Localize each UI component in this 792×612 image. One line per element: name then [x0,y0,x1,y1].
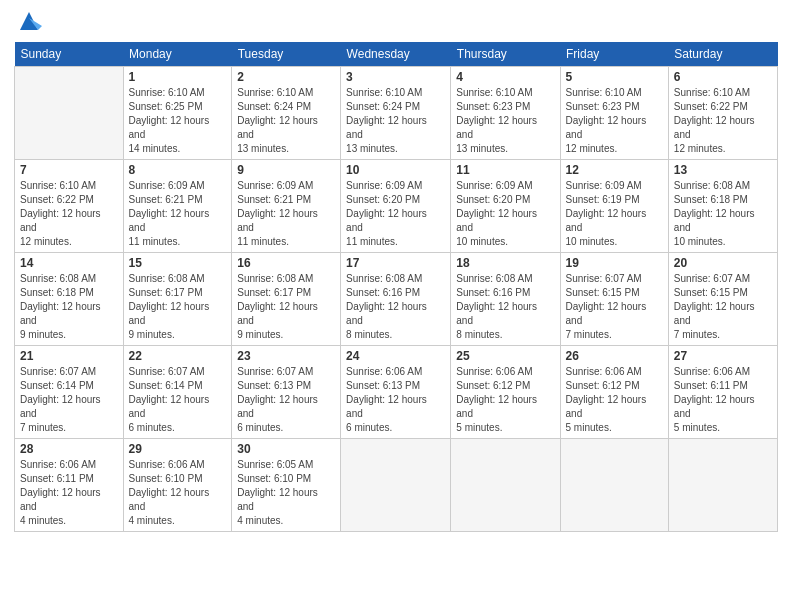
calendar-cell: 17Sunrise: 6:08 AMSunset: 6:16 PMDayligh… [341,253,451,346]
calendar-cell: 4Sunrise: 6:10 AMSunset: 6:23 PMDaylight… [451,67,560,160]
calendar-cell: 23Sunrise: 6:07 AMSunset: 6:13 PMDayligh… [232,346,341,439]
calendar-cell: 6Sunrise: 6:10 AMSunset: 6:22 PMDaylight… [668,67,777,160]
day-number: 4 [456,70,554,84]
day-number: 28 [20,442,118,456]
day-info: Sunrise: 6:06 AMSunset: 6:13 PMDaylight:… [346,365,445,435]
calendar-cell: 27Sunrise: 6:06 AMSunset: 6:11 PMDayligh… [668,346,777,439]
day-info: Sunrise: 6:08 AMSunset: 6:16 PMDaylight:… [456,272,554,342]
day-info: Sunrise: 6:10 AMSunset: 6:22 PMDaylight:… [674,86,772,156]
day-number: 2 [237,70,335,84]
day-number: 30 [237,442,335,456]
day-number: 16 [237,256,335,270]
day-number: 23 [237,349,335,363]
calendar-cell [560,439,668,532]
weekday-monday: Monday [123,42,232,67]
weekday-thursday: Thursday [451,42,560,67]
calendar-cell: 22Sunrise: 6:07 AMSunset: 6:14 PMDayligh… [123,346,232,439]
calendar-cell: 3Sunrise: 6:10 AMSunset: 6:24 PMDaylight… [341,67,451,160]
calendar-cell: 5Sunrise: 6:10 AMSunset: 6:23 PMDaylight… [560,67,668,160]
calendar-cell: 18Sunrise: 6:08 AMSunset: 6:16 PMDayligh… [451,253,560,346]
weekday-friday: Friday [560,42,668,67]
day-number: 25 [456,349,554,363]
calendar-cell: 24Sunrise: 6:06 AMSunset: 6:13 PMDayligh… [341,346,451,439]
calendar-cell: 28Sunrise: 6:06 AMSunset: 6:11 PMDayligh… [15,439,124,532]
day-info: Sunrise: 6:09 AMSunset: 6:20 PMDaylight:… [456,179,554,249]
day-number: 24 [346,349,445,363]
day-info: Sunrise: 6:10 AMSunset: 6:22 PMDaylight:… [20,179,118,249]
calendar-cell: 10Sunrise: 6:09 AMSunset: 6:20 PMDayligh… [341,160,451,253]
weekday-tuesday: Tuesday [232,42,341,67]
day-number: 11 [456,163,554,177]
day-info: Sunrise: 6:10 AMSunset: 6:23 PMDaylight:… [456,86,554,156]
day-info: Sunrise: 6:06 AMSunset: 6:12 PMDaylight:… [566,365,663,435]
calendar-cell: 8Sunrise: 6:09 AMSunset: 6:21 PMDaylight… [123,160,232,253]
day-info: Sunrise: 6:10 AMSunset: 6:23 PMDaylight:… [566,86,663,156]
day-info: Sunrise: 6:09 AMSunset: 6:21 PMDaylight:… [237,179,335,249]
day-info: Sunrise: 6:07 AMSunset: 6:15 PMDaylight:… [674,272,772,342]
calendar-cell: 21Sunrise: 6:07 AMSunset: 6:14 PMDayligh… [15,346,124,439]
day-number: 18 [456,256,554,270]
day-info: Sunrise: 6:08 AMSunset: 6:18 PMDaylight:… [674,179,772,249]
calendar-cell: 15Sunrise: 6:08 AMSunset: 6:17 PMDayligh… [123,253,232,346]
day-number: 17 [346,256,445,270]
day-number: 9 [237,163,335,177]
week-row-3: 21Sunrise: 6:07 AMSunset: 6:14 PMDayligh… [15,346,778,439]
day-info: Sunrise: 6:05 AMSunset: 6:10 PMDaylight:… [237,458,335,528]
day-info: Sunrise: 6:10 AMSunset: 6:24 PMDaylight:… [346,86,445,156]
day-info: Sunrise: 6:10 AMSunset: 6:25 PMDaylight:… [129,86,227,156]
day-number: 14 [20,256,118,270]
weekday-wednesday: Wednesday [341,42,451,67]
weekday-saturday: Saturday [668,42,777,67]
calendar-cell: 2Sunrise: 6:10 AMSunset: 6:24 PMDaylight… [232,67,341,160]
day-number: 15 [129,256,227,270]
day-info: Sunrise: 6:09 AMSunset: 6:20 PMDaylight:… [346,179,445,249]
calendar-cell [15,67,124,160]
week-row-1: 7Sunrise: 6:10 AMSunset: 6:22 PMDaylight… [15,160,778,253]
day-number: 6 [674,70,772,84]
day-info: Sunrise: 6:08 AMSunset: 6:17 PMDaylight:… [237,272,335,342]
calendar-cell [341,439,451,532]
day-number: 22 [129,349,227,363]
day-info: Sunrise: 6:07 AMSunset: 6:13 PMDaylight:… [237,365,335,435]
calendar-cell: 16Sunrise: 6:08 AMSunset: 6:17 PMDayligh… [232,253,341,346]
day-info: Sunrise: 6:07 AMSunset: 6:15 PMDaylight:… [566,272,663,342]
day-info: Sunrise: 6:06 AMSunset: 6:12 PMDaylight:… [456,365,554,435]
day-number: 5 [566,70,663,84]
calendar-table: SundayMondayTuesdayWednesdayThursdayFrid… [14,42,778,532]
day-info: Sunrise: 6:07 AMSunset: 6:14 PMDaylight:… [129,365,227,435]
svg-marker-0 [20,12,38,30]
header [14,12,778,34]
day-number: 12 [566,163,663,177]
weekday-header-row: SundayMondayTuesdayWednesdayThursdayFrid… [15,42,778,67]
day-number: 1 [129,70,227,84]
weekday-sunday: Sunday [15,42,124,67]
calendar-cell [451,439,560,532]
calendar-cell: 30Sunrise: 6:05 AMSunset: 6:10 PMDayligh… [232,439,341,532]
day-number: 26 [566,349,663,363]
day-number: 19 [566,256,663,270]
calendar-cell [668,439,777,532]
calendar-cell: 29Sunrise: 6:06 AMSunset: 6:10 PMDayligh… [123,439,232,532]
page: SundayMondayTuesdayWednesdayThursdayFrid… [0,0,792,612]
calendar-cell: 14Sunrise: 6:08 AMSunset: 6:18 PMDayligh… [15,253,124,346]
calendar-cell: 20Sunrise: 6:07 AMSunset: 6:15 PMDayligh… [668,253,777,346]
day-number: 8 [129,163,227,177]
calendar-cell: 7Sunrise: 6:10 AMSunset: 6:22 PMDaylight… [15,160,124,253]
week-row-2: 14Sunrise: 6:08 AMSunset: 6:18 PMDayligh… [15,253,778,346]
day-info: Sunrise: 6:09 AMSunset: 6:19 PMDaylight:… [566,179,663,249]
day-number: 7 [20,163,118,177]
day-number: 3 [346,70,445,84]
day-number: 10 [346,163,445,177]
calendar-cell: 19Sunrise: 6:07 AMSunset: 6:15 PMDayligh… [560,253,668,346]
day-number: 27 [674,349,772,363]
day-number: 29 [129,442,227,456]
day-info: Sunrise: 6:06 AMSunset: 6:11 PMDaylight:… [20,458,118,528]
logo [14,12,42,34]
day-info: Sunrise: 6:06 AMSunset: 6:10 PMDaylight:… [129,458,227,528]
calendar-cell: 11Sunrise: 6:09 AMSunset: 6:20 PMDayligh… [451,160,560,253]
calendar-cell: 13Sunrise: 6:08 AMSunset: 6:18 PMDayligh… [668,160,777,253]
calendar-cell: 9Sunrise: 6:09 AMSunset: 6:21 PMDaylight… [232,160,341,253]
day-info: Sunrise: 6:06 AMSunset: 6:11 PMDaylight:… [674,365,772,435]
calendar-cell: 25Sunrise: 6:06 AMSunset: 6:12 PMDayligh… [451,346,560,439]
day-number: 21 [20,349,118,363]
